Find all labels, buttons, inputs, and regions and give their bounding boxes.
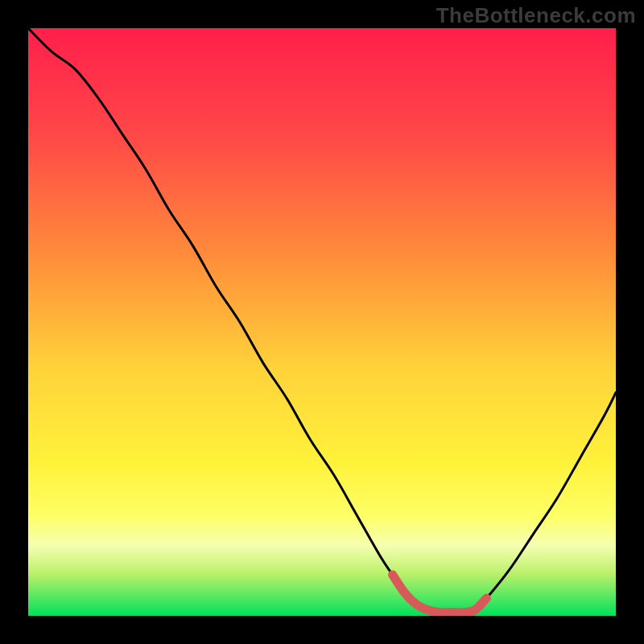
chart-frame: TheBottleneck.com [0, 0, 644, 644]
plot-area [28, 28, 616, 616]
watermark-text: TheBottleneck.com [436, 3, 636, 28]
gradient-background [28, 28, 616, 616]
bottleneck-chart [28, 28, 616, 616]
